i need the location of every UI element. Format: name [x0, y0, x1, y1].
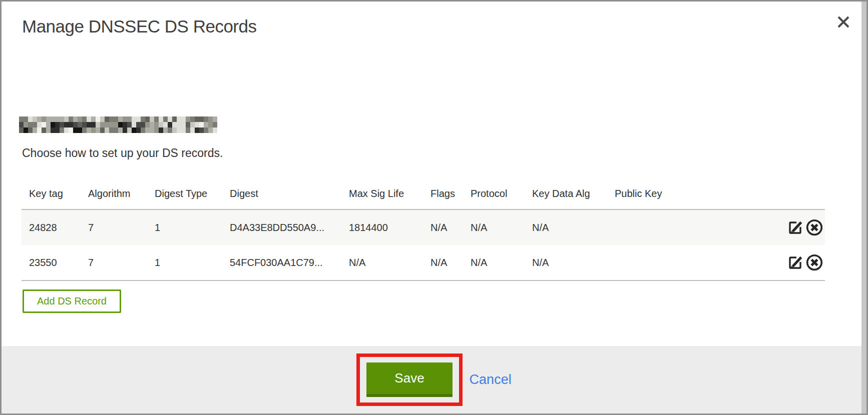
cell-digest-type: 1 — [147, 245, 222, 280]
manage-dnssec-dialog: Manage DNSSEC DS Records Choose how to s… — [0, 0, 868, 415]
cell-public-key — [607, 210, 772, 245]
col-header-digest: Digest — [222, 183, 341, 210]
delete-record-icon[interactable] — [805, 253, 824, 272]
edit-record-icon[interactable] — [786, 254, 804, 272]
save-button[interactable]: Save — [366, 362, 452, 397]
table-row: 23550 7 1 54FCF030AA1C79... N/A N/A N/A … — [22, 245, 825, 280]
table-row: 24828 7 1 D4A33E8DD550A9... 1814400 N/A … — [22, 210, 825, 245]
delete-record-icon[interactable] — [805, 218, 824, 237]
table-header-row: Key tag Algorithm Digest Type Digest Max… — [22, 183, 825, 210]
cell-flags: N/A — [423, 210, 463, 245]
cell-actions — [772, 245, 825, 280]
dialog-footer: Save Cancel — [2, 346, 866, 414]
col-header-actions — [772, 183, 825, 210]
cell-public-key — [607, 245, 772, 280]
col-header-max-sig-life: Max Sig Life — [341, 183, 423, 210]
col-header-flags: Flags — [423, 183, 463, 210]
col-header-key-data-alg: Key Data Alg — [525, 183, 607, 210]
col-header-key-tag: Key tag — [22, 183, 81, 210]
cell-algorithm: 7 — [81, 210, 147, 245]
redacted-domain-name — [19, 116, 217, 133]
cell-digest-type: 1 — [147, 210, 222, 245]
cell-max-sig-life: 1814400 — [341, 210, 423, 245]
cell-max-sig-life: N/A — [341, 245, 423, 280]
cell-protocol: N/A — [463, 210, 525, 245]
edit-record-icon[interactable] — [786, 218, 804, 236]
instruction-text: Choose how to set up your DS records. — [22, 146, 223, 160]
col-header-protocol: Protocol — [463, 183, 525, 210]
cell-flags: N/A — [423, 245, 463, 280]
cancel-link[interactable]: Cancel — [470, 372, 512, 388]
cell-key-tag: 23550 — [22, 245, 81, 280]
cell-actions — [772, 210, 825, 245]
cell-key-tag: 24828 — [22, 210, 81, 245]
close-icon[interactable] — [834, 14, 852, 32]
circle-x-glyph — [805, 253, 824, 272]
circle-x-glyph — [805, 218, 824, 237]
cell-key-data-alg: N/A — [525, 245, 607, 280]
cell-algorithm: 7 — [81, 245, 147, 280]
page-title: Manage DNSSEC DS Records — [22, 16, 256, 36]
cell-key-data-alg: N/A — [525, 210, 607, 245]
ds-records-table: Key tag Algorithm Digest Type Digest Max… — [22, 183, 825, 281]
cell-digest: 54FCF030AA1C79... — [222, 245, 341, 280]
col-header-public-key: Public Key — [607, 183, 772, 210]
cell-protocol: N/A — [463, 245, 525, 280]
close-x-glyph — [836, 14, 851, 30]
col-header-digest-type: Digest Type — [147, 183, 222, 210]
add-ds-record-button[interactable]: Add DS Record — [23, 290, 121, 313]
annotation-highlight-box: Save — [356, 354, 462, 406]
cell-digest: D4A33E8DD550A9... — [222, 210, 341, 245]
pencil-square-glyph — [786, 218, 804, 236]
window-edge-strip — [861, 2, 866, 414]
col-header-algorithm: Algorithm — [81, 183, 147, 210]
pencil-square-glyph — [786, 254, 804, 272]
